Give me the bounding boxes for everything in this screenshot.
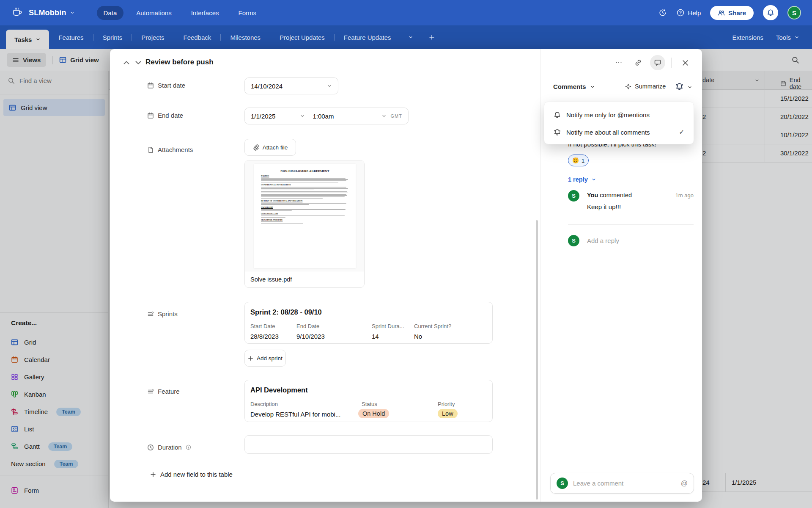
tab-feedback[interactable]: Feedback: [174, 34, 221, 41]
help-label: Help: [688, 9, 701, 17]
smiling-face-with-hearts-emoji: [572, 157, 579, 164]
workspace-chevron-icon[interactable]: [70, 10, 75, 15]
share-label: Share: [728, 9, 746, 17]
document-icon: [147, 146, 154, 153]
help-button[interactable]: Help: [676, 8, 701, 17]
fields-scrollbar[interactable]: [536, 220, 538, 500]
tab-feature-updates[interactable]: Feature Updates: [335, 34, 401, 41]
previous-record-icon[interactable]: [122, 58, 131, 67]
add-table-button[interactable]: [421, 34, 442, 40]
priority-badge: Low: [438, 409, 458, 418]
duration-input[interactable]: [244, 435, 493, 454]
bell-icon: [767, 9, 774, 17]
reply-timestamp: 1m ago: [675, 192, 694, 199]
mention-button[interactable]: @: [681, 480, 688, 487]
bell-icon: [554, 111, 561, 119]
check-icon: ✓: [679, 128, 684, 136]
notification-settings-menu: Notify me only for @mentions Notify me a…: [544, 102, 694, 144]
tab-milestones[interactable]: Milestones: [221, 34, 270, 41]
attachments-field-label: Attachments: [147, 146, 193, 153]
linked-record-icon: [147, 311, 154, 318]
chevron-down-icon: [300, 113, 305, 119]
top-bar: SLMobbin Data Automations Interfaces For…: [0, 0, 812, 25]
tab-sprints[interactable]: Sprints: [93, 34, 132, 41]
calendar-icon: [147, 82, 154, 89]
sprints-field-label: Sprints: [147, 310, 178, 318]
bell-ringing-icon: [554, 129, 561, 136]
tab-features[interactable]: Features: [49, 34, 93, 41]
calendar-icon: [147, 112, 154, 119]
chevron-down-icon: [327, 83, 332, 88]
table-tab-bar: Tasks Features Sprints Projects Feedback…: [0, 25, 812, 49]
record-title: Review before push: [145, 58, 214, 66]
reaction-count: 1: [582, 157, 584, 164]
chevron-down-icon: [408, 35, 413, 40]
pdf-preview-page: NON-DISCLOSURE AGREEMENT PARTIES CONFIDE…: [254, 164, 356, 268]
nav-data[interactable]: Data: [97, 6, 124, 20]
more-tabs-button[interactable]: [401, 35, 421, 40]
info-icon: [186, 444, 191, 450]
tab-chevron-icon[interactable]: [36, 37, 41, 42]
comments-panel-header: Comments Summarize: [540, 82, 702, 93]
sprint-linked-record-card[interactable]: Sprint 2: 08/28 - 09/10 Start Date End D…: [244, 302, 493, 344]
record-modal: Review before push: [110, 49, 702, 502]
extensions-button[interactable]: Extensions: [732, 34, 763, 41]
start-date-input[interactable]: 14/10/2024: [244, 77, 338, 94]
end-time-value[interactable]: 1:00am: [313, 113, 334, 120]
nav-forms[interactable]: Forms: [232, 6, 263, 20]
chevron-down-icon: [591, 177, 596, 182]
plus-icon: [248, 356, 253, 361]
menu-item-notify-mentions[interactable]: Notify me only for @mentions: [544, 107, 694, 123]
replies-toggle[interactable]: 1 reply: [568, 176, 596, 183]
add-reply-avatar: S: [568, 235, 579, 246]
timezone-label: GMT: [391, 113, 402, 119]
attachment-card[interactable]: NON-DISCLOSURE AGREEMENT PARTIES CONFIDE…: [244, 160, 365, 288]
nav-interfaces[interactable]: Interfaces: [184, 6, 226, 20]
top-right-actions: Help Share S: [658, 5, 801, 20]
notifications-button[interactable]: [763, 5, 778, 20]
app-screen: SLMobbin Data Automations Interfaces For…: [0, 0, 812, 508]
status-badge: On Hold: [358, 409, 389, 418]
next-record-icon[interactable]: [134, 58, 143, 67]
comment-input-bar[interactable]: S Leave a comment @: [550, 473, 694, 494]
record-fields: Start date 14/10/2024 End date 1/1/2025 …: [110, 76, 540, 502]
add-new-field-button[interactable]: Add new field to this table: [150, 471, 233, 478]
paperclip-icon: [253, 144, 259, 151]
workspace-name[interactable]: SLMobbin: [29, 8, 66, 17]
chevron-down-icon: [590, 84, 595, 89]
add-sprint-button[interactable]: Add sprint: [244, 350, 286, 367]
panel-divider: [568, 224, 694, 225]
plus-icon: [150, 472, 156, 478]
linked-record-icon: [147, 388, 154, 395]
tabbar-right: Extensions Tools: [732, 34, 812, 41]
people-icon: [718, 9, 725, 17]
end-date-field-label: End date: [147, 112, 183, 119]
notification-bell-icon[interactable]: [675, 83, 683, 91]
chevron-down-icon: [381, 113, 387, 119]
user-avatar[interactable]: S: [787, 6, 801, 19]
chevron-down-icon[interactable]: [687, 85, 692, 90]
tab-project-updates[interactable]: Project Updates: [270, 34, 334, 41]
add-reply-field[interactable]: Add a reply: [587, 237, 619, 244]
history-icon[interactable]: [658, 8, 667, 17]
start-date-field-label: Start date: [147, 82, 185, 89]
share-button[interactable]: Share: [710, 6, 754, 20]
menu-item-notify-all[interactable]: Notify me about all comments ✓: [544, 124, 694, 140]
attachment-filename: Solve issue.pdf: [250, 276, 292, 283]
app-logo-icon[interactable]: [11, 7, 24, 19]
comment-input[interactable]: Leave a comment: [573, 480, 676, 487]
nav-automations[interactable]: Automations: [129, 6, 178, 20]
comments-dropdown-button[interactable]: Comments: [553, 83, 595, 90]
reply-text: Keep it up!!!: [587, 203, 621, 210]
tools-button[interactable]: Tools: [776, 34, 799, 41]
reaction-pill[interactable]: 1: [568, 155, 589, 166]
reply-author-line: You commented: [587, 192, 632, 199]
attach-file-button[interactable]: Attach file: [244, 139, 296, 156]
end-date-input[interactable]: 1/1/2025 1:00am GMT: [244, 108, 409, 124]
feature-linked-record-card[interactable]: API Development Description Status Prior…: [244, 380, 493, 422]
summarize-button[interactable]: Summarize: [625, 83, 666, 90]
tab-projects[interactable]: Projects: [132, 34, 173, 41]
duration-field-label: Duration: [147, 444, 191, 451]
feature-field-label: Feature: [147, 388, 180, 395]
tab-tasks[interactable]: Tasks: [6, 30, 49, 49]
